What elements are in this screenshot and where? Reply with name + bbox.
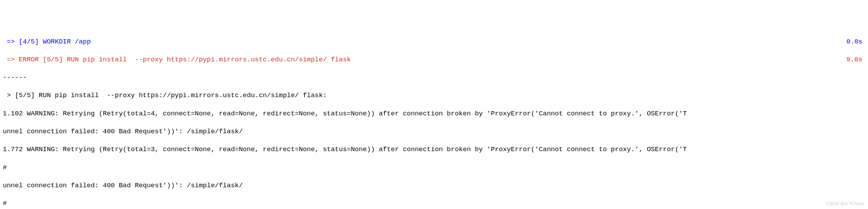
divider-line: ------ [3, 73, 865, 82]
watermark-text: CSDN @A ?Charls [826, 201, 864, 207]
step-error-text: ERROR [5/5] RUN pip install --proxy http… [19, 56, 351, 63]
log-line: unnel connection failed: 400 Bad Request… [3, 127, 865, 136]
step-arrow: => [3, 38, 19, 46]
build-step-workdir: => [4/5] WORKDIR /app 0.0s [3, 38, 865, 47]
build-step-error: => ERROR [5/5] RUN pip install --proxy h… [3, 55, 865, 65]
log-hash: # [3, 199, 865, 208]
log-line: 1.102 WARNING: Retrying (Retry(total=4, … [3, 109, 865, 119]
detail-header: > [5/5] RUN pip install --proxy https://… [3, 91, 865, 100]
step-arrow: => [3, 56, 19, 63]
log-line: unnel connection failed: 400 Bad Request… [3, 181, 865, 190]
step-timing: 9.8s [846, 55, 865, 65]
log-line: 1.772 WARNING: Retrying (Retry(total=3, … [3, 145, 865, 154]
step-text: [4/5] WORKDIR /app [19, 38, 91, 46]
log-hash: # [3, 163, 865, 173]
step-timing: 0.0s [846, 38, 865, 47]
